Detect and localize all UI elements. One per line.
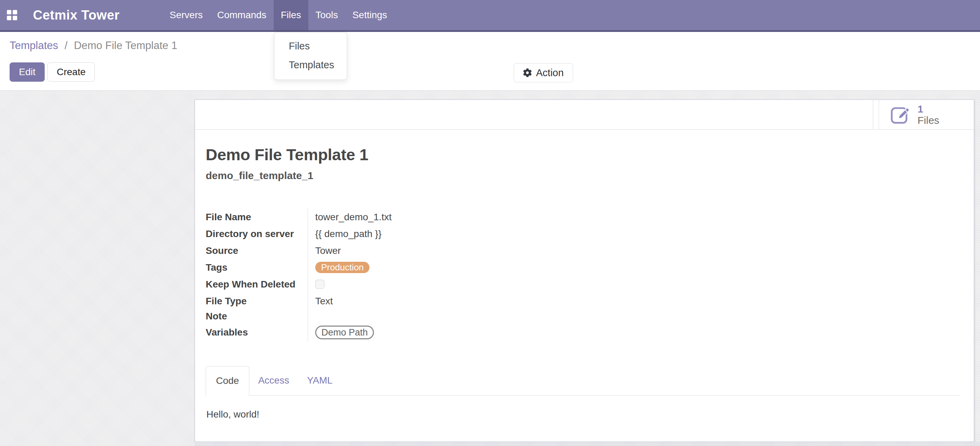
action-button-label: Action	[536, 67, 564, 79]
breadcrumb: Templates / Demo File Template 1	[10, 40, 177, 52]
notebook: CodeAccessYAML Hello, world!	[206, 366, 960, 420]
tab-code[interactable]: Code	[206, 366, 249, 395]
code-tab-content: Hello, world!	[206, 395, 960, 420]
create-button[interactable]: Create	[48, 62, 95, 82]
control-panel-buttons: Edit Create	[10, 62, 95, 82]
field-label-file-type: File Type	[206, 296, 308, 307]
page-bottom-band	[195, 442, 980, 446]
variable-pill-demo-path: Demo Path	[315, 325, 374, 339]
apps-grid-square	[13, 16, 17, 20]
apps-grid-square	[7, 16, 11, 20]
gear-icon	[523, 68, 532, 77]
edit-button[interactable]: Edit	[10, 62, 45, 82]
button-box-divider	[873, 100, 873, 129]
field-label-file-name: File Name	[206, 212, 308, 223]
field-list: File Nametower_demo_1.txtDirectory on se…	[206, 209, 549, 342]
dropdown-item-files[interactable]: Files	[274, 37, 347, 56]
field-value-directory-on-server: {{ demo_path }}	[308, 225, 549, 242]
field-row-keep-when-deleted: Keep When Deleted	[206, 276, 549, 293]
nav-item-tools[interactable]: Tools	[309, 0, 345, 30]
nav-item-commands[interactable]: Commands	[210, 0, 273, 30]
apps-grid-square	[13, 10, 17, 14]
files-stat-button[interactable]: 1 Files	[879, 100, 974, 129]
app-window: Cetmix Tower ServersCommandsFilesToolsSe…	[0, 0, 980, 446]
field-row-file-type: File TypeText	[206, 293, 549, 310]
apps-menu-icon[interactable]	[7, 10, 17, 20]
tab-yaml[interactable]: YAML	[298, 366, 341, 395]
field-label-variables: Variables	[206, 327, 308, 338]
field-value-file-type: Text	[308, 293, 549, 310]
field-label-tags: Tags	[206, 262, 308, 273]
checkbox-keep-when-deleted	[315, 279, 325, 289]
action-button[interactable]: Action	[514, 63, 573, 83]
field-value-source: Tower	[308, 242, 549, 259]
field-label-directory-on-server: Directory on server	[206, 229, 308, 240]
control-panel: Templates / Demo File Template 1 Edit Cr…	[0, 32, 980, 90]
files-dropdown-menu: FilesTemplates	[274, 32, 347, 80]
field-row-note: Note	[206, 310, 549, 323]
field-value-variables: Demo Path	[308, 323, 549, 342]
nav-item-files[interactable]: Files	[274, 0, 309, 30]
form-card: 1 Files Demo File Template 1 demo_file_t…	[195, 100, 974, 442]
top-navbar: Cetmix Tower ServersCommandsFilesToolsSe…	[0, 0, 980, 32]
navbar-menu: ServersCommandsFilesToolsSettings	[162, 0, 394, 30]
button-box: 1 Files	[195, 100, 974, 130]
breadcrumb-separator: /	[65, 40, 68, 51]
stat-button-text: 1 Files	[918, 103, 939, 126]
field-value-tags: Production	[308, 259, 549, 276]
nav-item-settings[interactable]: Settings	[345, 0, 394, 30]
record-reference: demo_file_template_1	[206, 170, 960, 182]
field-row-file-name: File Nametower_demo_1.txt	[206, 209, 549, 225]
content-area: 1 Files Demo File Template 1 demo_file_t…	[0, 90, 980, 446]
stat-value: 1	[918, 103, 939, 114]
form-sheet: Demo File Template 1 demo_file_template_…	[195, 130, 974, 420]
breadcrumb-current: Demo File Template 1	[74, 40, 177, 51]
field-row-directory-on-server: Directory on server{{ demo_path }}	[206, 225, 549, 242]
stat-label: Files	[918, 114, 939, 126]
field-label-keep-when-deleted: Keep When Deleted	[206, 279, 308, 290]
field-value-file-name: tower_demo_1.txt	[308, 209, 549, 225]
tag-badge-production: Production	[315, 262, 369, 273]
breadcrumb-templates-link[interactable]: Templates	[10, 40, 58, 51]
tab-access[interactable]: Access	[249, 366, 298, 395]
field-value-keep-when-deleted	[308, 276, 549, 293]
field-label-source: Source	[206, 245, 308, 256]
app-brand[interactable]: Cetmix Tower	[33, 8, 119, 23]
field-row-source: SourceTower	[206, 242, 549, 259]
nav-item-servers[interactable]: Servers	[162, 0, 210, 30]
field-row-tags: TagsProduction	[206, 259, 549, 276]
field-label-note: Note	[206, 311, 308, 322]
record-title: Demo File Template 1	[206, 145, 960, 164]
apps-grid-square	[7, 10, 11, 14]
edit-file-icon	[889, 104, 911, 125]
field-value-note	[308, 310, 549, 323]
dropdown-item-templates[interactable]: Templates	[274, 56, 347, 75]
field-row-variables: VariablesDemo Path	[206, 323, 549, 342]
notebook-tabs: CodeAccessYAML	[206, 366, 960, 395]
